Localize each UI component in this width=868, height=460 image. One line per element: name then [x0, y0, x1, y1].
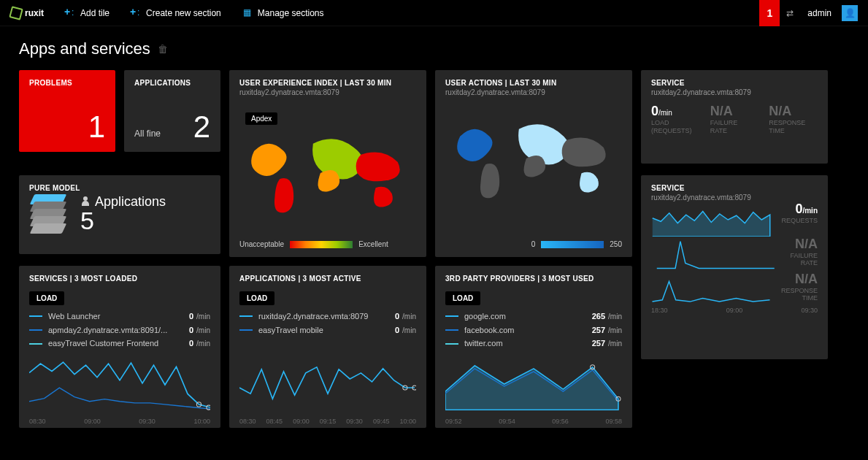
svc1-sub: ruxitday2.dynatrace.vmta:8079: [641, 88, 828, 96]
svc2-title: SERVICE: [641, 175, 828, 193]
trash-icon[interactable]: 🗑: [158, 43, 168, 55]
logo-icon: [10, 7, 22, 19]
create-section-button[interactable]: Create new section: [131, 8, 221, 18]
uei-legend-low: Unacceptable: [239, 240, 284, 248]
svc1-title: SERVICE: [641, 70, 828, 88]
apdex-gradient-icon: [290, 241, 353, 248]
tile-applications-title: APPLICATIONS: [124, 70, 220, 88]
person-icon: [80, 196, 91, 207]
tile-user-actions[interactable]: USER ACTIONS | LAST 30 MIN ruxitday2.dyn…: [435, 70, 632, 257]
add-tile-button[interactable]: Add tile: [66, 8, 110, 18]
pure-count: 5: [80, 207, 166, 235]
svc2-sub: ruxitday2.dynatrace.vmta:8079: [641, 193, 828, 202]
tile-applications-status: All fine: [134, 129, 161, 139]
top-bar: ruxit Add tile Create new section Manage…: [0, 0, 868, 26]
manage-sections-icon: [243, 9, 252, 18]
alert-badge[interactable]: 1: [759, 0, 780, 26]
tile-service-sparklines[interactable]: SERVICE ruxitday2.dynatrace.vmta:8079 0/…: [641, 175, 828, 359]
create-section-label: Create new section: [146, 8, 221, 18]
apdex-badge: Apdex: [245, 112, 277, 125]
tile-service-metrics[interactable]: SERVICE ruxitday2.dynatrace.vmta:8079 0/…: [641, 70, 828, 164]
sparkline-response: [651, 273, 771, 307]
services-load-chart: [29, 355, 210, 413]
sparkline-requests: [651, 203, 771, 237]
services-load-list: Web Launcher0/min apmday2.dynatrace.vmta…: [19, 310, 220, 350]
avatar-icon[interactable]: 👤: [842, 5, 858, 21]
tile-ua-title: USER ACTIONS | LAST 30 MIN: [435, 70, 632, 88]
tile-uei-sub: ruxitday2.dynatrace.vmta:8079: [229, 88, 426, 96]
ua-legend-low: 0: [531, 240, 536, 248]
apps-active-chart: [239, 355, 416, 413]
tile-apps-active[interactable]: APPLICATIONS | 3 MOST ACTIVE LOAD ruxitd…: [229, 266, 426, 428]
tile-ua-sub: ruxitday2.dynatrace.vmta:8079: [435, 88, 632, 96]
add-tile-icon: [66, 9, 74, 18]
tile-uei[interactable]: USER EXPERIENCE INDEX | LAST 30 MIN ruxi…: [229, 70, 426, 257]
tile-pure-model[interactable]: PURE MODEL Applications 5: [19, 175, 220, 254]
uei-legend-high: Excellent: [358, 240, 388, 248]
tile-third-party[interactable]: 3RD PARTY PROVIDERS | 3 MOST USED LOAD g…: [435, 266, 632, 428]
layers-icon: [32, 194, 73, 235]
manage-sections-button[interactable]: Manage sections: [243, 8, 324, 18]
world-map-apdex: [239, 126, 416, 221]
tile-applications-count: 2: [193, 110, 210, 145]
add-tile-label: Add tile: [80, 8, 110, 18]
svc1-load-cap: LOAD (REQUESTS): [651, 119, 700, 135]
ua-legend-high: 250: [610, 240, 622, 248]
tile-applications[interactable]: APPLICATIONS All fine 2: [124, 70, 220, 152]
tile-problems-title: PROBLEMS: [19, 70, 115, 88]
create-section-icon: [131, 9, 140, 18]
sparkline-failure: [651, 238, 780, 272]
tile-uei-title: USER EXPERIENCE INDEX | LAST 30 MIN: [229, 70, 426, 88]
tile-services-loaded[interactable]: SERVICES | 3 MOST LOADED LOAD Web Launch…: [19, 266, 220, 428]
user-name[interactable]: admin: [800, 8, 839, 18]
sync-icon[interactable]: ⇄: [780, 0, 800, 26]
third-party-chart: [445, 355, 622, 413]
tile-problems[interactable]: PROBLEMS 1: [19, 70, 115, 152]
brand: ruxit: [25, 8, 44, 18]
tile-problems-count: 1: [88, 110, 105, 145]
manage-sections-label: Manage sections: [258, 8, 324, 18]
world-map-actions: [445, 111, 622, 206]
count-gradient-icon: [541, 241, 604, 248]
pure-title: PURE MODEL: [19, 175, 91, 193]
page-title: Apps and services: [19, 39, 150, 58]
